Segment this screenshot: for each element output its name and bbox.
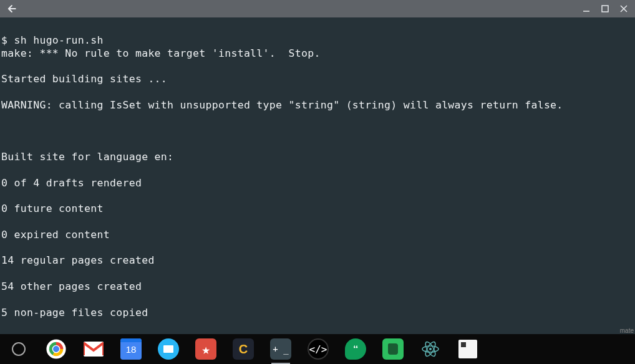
- dev-icon[interactable]: </>: [306, 337, 331, 362]
- termux-icon[interactable]: + _: [268, 337, 293, 362]
- output-line: make: *** No rule to make target 'instal…: [1, 47, 634, 60]
- output-line: 0 of 4 drafts rendered: [1, 177, 634, 190]
- hangouts-icon[interactable]: ❝: [343, 337, 368, 362]
- prompt: $: [1, 34, 14, 46]
- mate-label: mate: [620, 327, 634, 334]
- close-button[interactable]: [615, 0, 633, 17]
- minimize-button[interactable]: [578, 0, 595, 17]
- svg-rect-2: [602, 6, 608, 12]
- evernote-icon[interactable]: [381, 337, 405, 362]
- output-line: Built site for language en:: [1, 151, 634, 164]
- files-icon[interactable]: [156, 337, 181, 362]
- back-button[interactable]: [2, 0, 20, 17]
- taskbar: 18 ★ C + _ </> ❝: [0, 334, 635, 364]
- maximize-button[interactable]: [596, 0, 614, 17]
- output-line: 5 non-page files copied: [1, 307, 634, 320]
- terminal-app-icon[interactable]: [455, 337, 480, 362]
- svg-point-12: [429, 348, 432, 350]
- output-line: 14 regular pages created: [1, 254, 634, 267]
- calendar-day: 18: [126, 344, 137, 355]
- command-text: sh hugo-run.sh: [14, 34, 103, 46]
- calendar-icon[interactable]: 18: [119, 337, 143, 362]
- chrome-icon[interactable]: [44, 337, 69, 362]
- output-line: Started building sites ...: [1, 73, 634, 86]
- output-line: WARNING: calling IsSet with unsupported …: [1, 99, 634, 112]
- output-line: 0 expired content: [1, 229, 634, 242]
- gmail-icon[interactable]: [81, 337, 106, 362]
- output-line: 54 other pages created: [1, 280, 634, 294]
- launcher-icon[interactable]: [6, 337, 31, 362]
- codeacademy-icon[interactable]: C: [231, 337, 256, 362]
- terminal-output[interactable]: $ sh hugo-run.sh make: *** No rule to ma…: [0, 17, 635, 364]
- output-line: 0 future content: [1, 203, 634, 216]
- wunderlist-icon[interactable]: ★: [193, 337, 218, 362]
- atom-icon[interactable]: [418, 337, 443, 362]
- window-titlebar: [0, 0, 635, 17]
